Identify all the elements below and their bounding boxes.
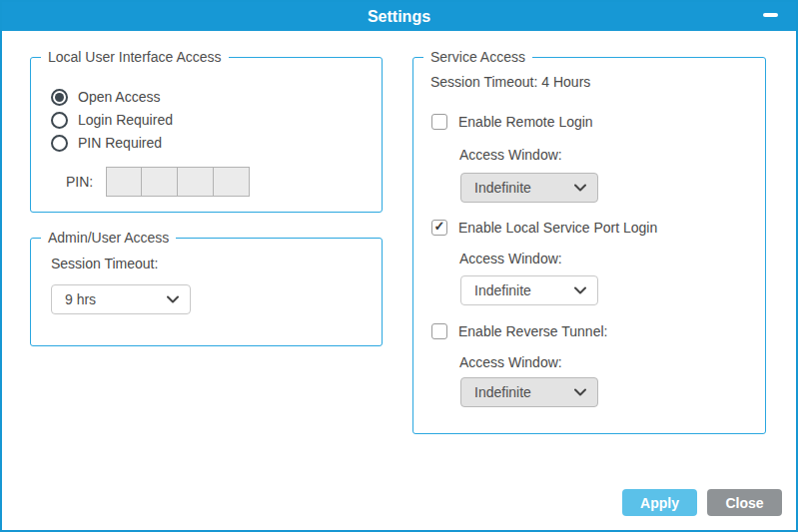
chevron-down-icon bbox=[574, 286, 586, 294]
checkbox-icon[interactable]: ✓ bbox=[431, 114, 447, 130]
checkbox-label: Enable Remote Login bbox=[458, 114, 593, 130]
radio-pin-required[interactable]: PIN Required bbox=[51, 134, 162, 152]
selected-value: 9 hrs bbox=[65, 291, 96, 307]
service-session-timeout: Session Timeout: 4 Hours bbox=[430, 74, 590, 90]
access-window-select-tunnel[interactable]: Indefinite bbox=[460, 377, 598, 407]
checkbox-enable-reverse-tunnel[interactable]: ✓ Enable Reverse Tunnel: bbox=[431, 322, 607, 339]
titlebar: Settings bbox=[2, 2, 796, 31]
panel-legend: Service Access bbox=[423, 49, 532, 65]
session-timeout-value: 4 Hours bbox=[541, 74, 590, 90]
close-button[interactable]: Close bbox=[707, 489, 782, 516]
checkbox-label: Enable Reverse Tunnel: bbox=[458, 323, 607, 339]
panel-legend: Admin/User Access bbox=[41, 230, 176, 246]
radio-icon[interactable] bbox=[51, 112, 68, 129]
session-timeout-label: Session Timeout: bbox=[430, 74, 537, 90]
radio-label: Login Required bbox=[78, 112, 173, 128]
selected-value: Indefinite bbox=[474, 282, 531, 298]
selected-value: Indefinite bbox=[474, 180, 531, 196]
checkmark-icon: ✓ bbox=[434, 220, 445, 233]
radio-open-access[interactable]: Open Access bbox=[51, 88, 161, 106]
pin-digit-input[interactable] bbox=[142, 167, 178, 197]
checkbox-icon[interactable]: ✓ bbox=[431, 220, 447, 236]
session-timeout-select[interactable]: 9 hrs bbox=[51, 284, 191, 314]
checkbox-enable-local-service-port-login[interactable]: ✓ Enable Local Service Port Login bbox=[431, 219, 657, 236]
access-window-label: Access Window: bbox=[459, 354, 562, 370]
panel-local-ui-access: Local User Interface Access Open Access … bbox=[30, 57, 383, 213]
settings-dialog: Settings Local User Interface Access Ope… bbox=[0, 0, 798, 532]
chevron-down-icon bbox=[167, 295, 179, 303]
access-window-label: Access Window: bbox=[459, 147, 562, 163]
access-window-select-remote[interactable]: Indefinite bbox=[460, 173, 598, 203]
chevron-down-icon bbox=[574, 388, 586, 396]
radio-icon[interactable] bbox=[51, 89, 68, 106]
access-window-select-local[interactable]: Indefinite bbox=[460, 275, 598, 305]
checkbox-enable-remote-login[interactable]: ✓ Enable Remote Login bbox=[431, 113, 593, 130]
dialog-title: Settings bbox=[2, 2, 796, 31]
pin-label: PIN: bbox=[66, 174, 96, 190]
pin-inputs bbox=[106, 167, 250, 197]
radio-icon[interactable] bbox=[51, 135, 68, 152]
apply-button[interactable]: Apply bbox=[622, 489, 697, 516]
pin-digit-input[interactable] bbox=[178, 167, 214, 197]
access-window-label: Access Window: bbox=[459, 251, 562, 266]
panel-admin-user-access: Admin/User Access Session Timeout: 9 hrs bbox=[30, 238, 383, 346]
pin-digit-input[interactable] bbox=[106, 167, 142, 197]
minimize-icon[interactable] bbox=[763, 13, 778, 17]
chevron-down-icon bbox=[574, 184, 586, 192]
selected-value: Indefinite bbox=[474, 384, 531, 400]
pin-row: PIN: bbox=[66, 167, 250, 197]
session-timeout-label: Session Timeout: bbox=[51, 256, 158, 271]
checkbox-icon[interactable]: ✓ bbox=[431, 323, 447, 339]
radio-label: Open Access bbox=[78, 89, 161, 105]
panel-legend: Local User Interface Access bbox=[41, 49, 229, 65]
panel-service-access: Service Access Session Timeout: 4 Hours … bbox=[412, 57, 766, 434]
radio-login-required[interactable]: Login Required bbox=[51, 111, 173, 129]
radio-label: PIN Required bbox=[78, 135, 162, 151]
pin-digit-input[interactable] bbox=[214, 167, 250, 197]
checkbox-label: Enable Local Service Port Login bbox=[458, 220, 657, 236]
